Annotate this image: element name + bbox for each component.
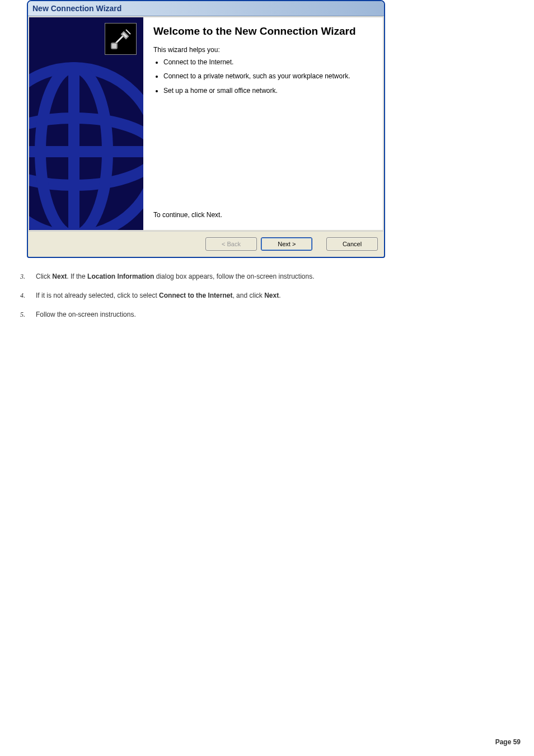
dialog-titlebar[interactable]: New Connection Wizard <box>28 1 384 16</box>
wizard-bullet: Connect to a private network, such as yo… <box>163 72 372 81</box>
dialog-button-row: < Back Next > Cancel <box>29 231 383 256</box>
globe-icon <box>29 51 143 230</box>
cancel-button[interactable]: Cancel <box>326 237 378 251</box>
step-4: If it is not already selected, click to … <box>34 290 523 300</box>
wizard-bullet: Connect to the Internet. <box>163 58 372 67</box>
wizard-intro: This wizard helps you: <box>153 46 372 54</box>
wizard-sidebar-graphic <box>29 17 143 230</box>
next-button[interactable]: Next > <box>261 237 312 251</box>
new-connection-wizard-dialog: New Connection Wizard <box>27 0 385 258</box>
svg-rect-5 <box>111 43 117 49</box>
wizard-bullet-list: Connect to the Internet. Connect to a pr… <box>153 58 372 101</box>
wizard-continue-text: To continue, click Next. <box>153 211 372 219</box>
step-5: Follow the on-screen instructions. <box>34 309 523 320</box>
instruction-steps: Click Next. If the Location Information … <box>11 271 523 320</box>
step-3: Click Next. If the Location Information … <box>34 271 523 281</box>
dialog-body: Welcome to the New Connection Wizard Thi… <box>29 17 383 231</box>
wizard-heading: Welcome to the New Connection Wizard <box>153 25 372 38</box>
wizard-bullet: Set up a home or small office network. <box>163 87 372 96</box>
page-number: Page 59 <box>495 738 521 746</box>
back-button: < Back <box>205 237 257 251</box>
wizard-content: Welcome to the New Connection Wizard Thi… <box>143 17 383 230</box>
connection-icon <box>105 23 137 55</box>
dialog-title: New Connection Wizard <box>32 4 121 13</box>
